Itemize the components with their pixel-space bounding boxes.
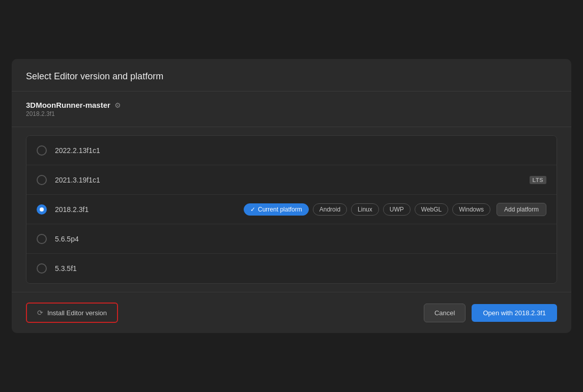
version-label-v1: 2022.2.13f1c1 xyxy=(55,146,546,155)
lts-badge: LTS xyxy=(530,176,546,184)
uwp-tag[interactable]: UWP xyxy=(383,203,411,216)
dialog-footer: ⟳ Install Editor version Cancel Open wit… xyxy=(12,292,571,333)
radio-v1[interactable] xyxy=(37,145,47,156)
settings-icon: ⚙ xyxy=(114,101,121,109)
footer-left: ⟳ Install Editor version xyxy=(26,303,418,323)
project-info: 3DMoonRunner-master ⚙ 2018.2.3f1 xyxy=(26,101,121,117)
version-label-v3: 2018.2.3f1 xyxy=(55,205,244,214)
cancel-button[interactable]: Cancel xyxy=(424,304,465,322)
version-row[interactable]: 5.3.5f1 xyxy=(26,254,557,283)
radio-v5[interactable] xyxy=(37,263,47,274)
versions-list: 2022.2.13f1c1 2021.3.19f1c1 LTS 2018.2.3… xyxy=(26,135,557,284)
windows-tag[interactable]: Windows xyxy=(452,203,490,216)
android-tag[interactable]: Android xyxy=(313,203,347,216)
install-editor-button[interactable]: ⟳ Install Editor version xyxy=(26,303,118,323)
version-label-v5: 5.3.5f1 xyxy=(55,264,546,273)
dialog-header: Select Editor version and platform xyxy=(12,59,571,92)
linux-tag[interactable]: Linux xyxy=(351,203,379,216)
webgl-tag[interactable]: WebGL xyxy=(415,203,448,216)
select-editor-dialog: Select Editor version and platform 3DMoo… xyxy=(12,59,571,333)
dialog-title: Select Editor version and platform xyxy=(26,71,163,81)
current-platform-tag[interactable]: Current platform xyxy=(244,203,309,216)
version-label-v4: 5.6.5p4 xyxy=(55,235,546,243)
project-section: 3DMoonRunner-master ⚙ 2018.2.3f1 xyxy=(12,92,571,127)
radio-v4[interactable] xyxy=(37,234,47,244)
version-row-selected[interactable]: 2018.2.3f1 Current platform Android Linu… xyxy=(26,195,557,224)
add-platform-button[interactable]: Add platform xyxy=(497,203,546,216)
version-row[interactable]: 5.6.5p4 xyxy=(26,224,557,254)
version-label-v2: 2021.3.19f1c1 xyxy=(55,176,524,184)
radio-v3[interactable] xyxy=(37,204,47,215)
version-row[interactable]: 2021.3.19f1c1 LTS xyxy=(26,165,557,195)
version-row[interactable]: 2022.2.13f1c1 xyxy=(26,136,557,165)
install-button-label: Install Editor version xyxy=(47,309,107,317)
open-button[interactable]: Open with 2018.2.3f1 xyxy=(472,304,557,322)
radio-v2[interactable] xyxy=(37,175,47,185)
install-icon: ⟳ xyxy=(37,309,43,317)
project-name-row: 3DMoonRunner-master ⚙ xyxy=(26,101,121,109)
project-name: 3DMoonRunner-master xyxy=(26,101,110,109)
platform-tags: Current platform Android Linux UWP WebGL… xyxy=(244,203,546,216)
project-version: 2018.2.3f1 xyxy=(26,110,121,117)
